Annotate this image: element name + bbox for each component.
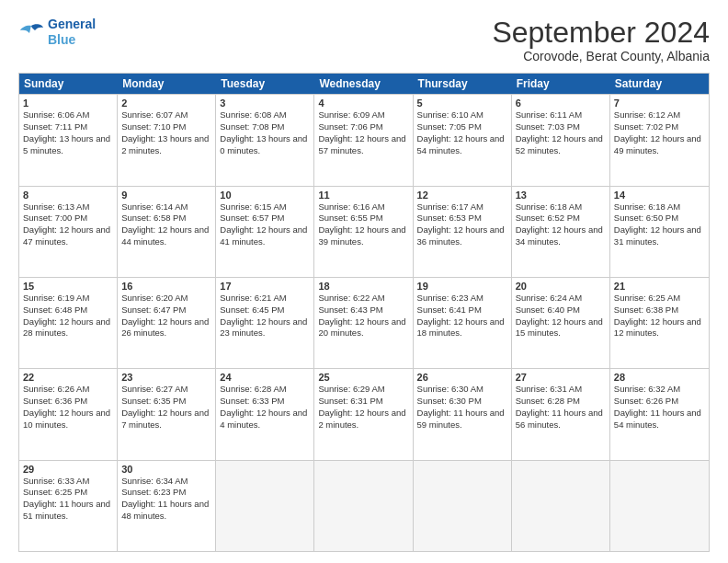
sunset: Sunset: 7:00 PM: [23, 213, 113, 224]
day-number: 10: [220, 190, 310, 201]
header: General Blue September 2024 Corovode, Be…: [18, 17, 710, 63]
day-number: 3: [220, 98, 310, 109]
cal-row-4: 22Sunrise: 6:26 AMSunset: 6:36 PMDayligh…: [19, 368, 709, 459]
daylight: Daylight: 12 hours and 7 minutes.: [121, 408, 211, 431]
sunset: Sunset: 6:25 PM: [23, 487, 113, 499]
day-number: 12: [417, 190, 507, 201]
day-number: 18: [318, 281, 408, 292]
logo-text: General Blue: [48, 17, 96, 48]
daylight: Daylight: 12 hours and 4 minutes.: [220, 408, 310, 431]
daylight: Daylight: 11 hours and 51 minutes.: [23, 499, 113, 523]
sunset: Sunset: 6:58 PM: [121, 213, 211, 224]
sunset: Sunset: 6:41 PM: [417, 304, 507, 316]
sunrise: Sunrise: 6:12 AM: [614, 109, 705, 121]
header-tuesday: Tuesday: [216, 74, 314, 94]
day-number: 7: [614, 98, 705, 109]
logo-icon: [18, 22, 44, 42]
cal-cell-empty: [414, 461, 512, 551]
sunrise: Sunrise: 6:34 AM: [121, 476, 211, 488]
daylight: Daylight: 11 hours and 48 minutes.: [121, 499, 211, 523]
cal-cell-empty: [512, 461, 610, 551]
cal-cell-11: 11Sunrise: 6:16 AMSunset: 6:55 PMDayligh…: [314, 187, 413, 277]
daylight: Daylight: 12 hours and 28 minutes.: [23, 316, 113, 340]
sunrise: Sunrise: 6:17 AM: [417, 201, 507, 213]
cal-row-2: 8Sunrise: 6:13 AMSunset: 7:00 PMDaylight…: [19, 186, 709, 277]
cal-cell-28: 28Sunrise: 6:32 AMSunset: 6:26 PMDayligh…: [610, 369, 709, 459]
cal-cell-23: 23Sunrise: 6:27 AMSunset: 6:35 PMDayligh…: [118, 369, 216, 459]
sunrise: Sunrise: 6:31 AM: [516, 384, 606, 396]
sunset: Sunset: 7:03 PM: [516, 121, 606, 133]
cal-cell-empty: [314, 461, 413, 551]
day-number: 2: [121, 98, 211, 109]
daylight: Daylight: 12 hours and 10 minutes.: [23, 408, 113, 431]
sunrise: Sunrise: 6:18 AM: [614, 201, 705, 213]
cal-row-5: 29Sunrise: 6:33 AMSunset: 6:25 PMDayligh…: [19, 460, 709, 551]
sunrise: Sunrise: 6:08 AM: [220, 109, 310, 121]
daylight: Daylight: 11 hours and 54 minutes.: [614, 408, 705, 431]
day-number: 4: [318, 98, 408, 109]
sunrise: Sunrise: 6:18 AM: [516, 201, 606, 213]
cal-cell-29: 29Sunrise: 6:33 AMSunset: 6:25 PMDayligh…: [19, 461, 118, 551]
day-number: 20: [516, 281, 606, 292]
cal-cell-16: 16Sunrise: 6:20 AMSunset: 6:47 PMDayligh…: [118, 278, 216, 368]
cal-cell-10: 10Sunrise: 6:15 AMSunset: 6:57 PMDayligh…: [216, 187, 314, 277]
sunset: Sunset: 6:52 PM: [516, 213, 606, 224]
daylight: Daylight: 12 hours and 44 minutes.: [121, 224, 211, 248]
title-block: September 2024 Corovode, Berat County, A…: [492, 17, 710, 63]
daylight: Daylight: 12 hours and 26 minutes.: [121, 316, 211, 340]
day-number: 13: [516, 190, 606, 201]
cal-cell-5: 5Sunrise: 6:10 AMSunset: 7:05 PMDaylight…: [414, 95, 512, 185]
sunset: Sunset: 6:33 PM: [220, 396, 310, 408]
daylight: Daylight: 12 hours and 31 minutes.: [614, 224, 705, 248]
sunset: Sunset: 6:28 PM: [516, 396, 606, 408]
cal-row-3: 15Sunrise: 6:19 AMSunset: 6:48 PMDayligh…: [19, 277, 709, 368]
daylight: Daylight: 13 hours and 5 minutes.: [23, 133, 113, 157]
sunrise: Sunrise: 6:10 AM: [417, 109, 507, 121]
sunset: Sunset: 6:45 PM: [220, 304, 310, 316]
daylight: Daylight: 12 hours and 39 minutes.: [318, 224, 408, 248]
sunrise: Sunrise: 6:25 AM: [614, 293, 705, 304]
page: General Blue September 2024 Corovode, Be…: [0, 0, 728, 563]
cal-cell-12: 12Sunrise: 6:17 AMSunset: 6:53 PMDayligh…: [414, 187, 512, 277]
month-title: September 2024: [492, 17, 710, 49]
daylight: Daylight: 12 hours and 49 minutes.: [614, 133, 705, 157]
sunrise: Sunrise: 6:14 AM: [121, 201, 211, 213]
sunrise: Sunrise: 6:20 AM: [121, 293, 211, 304]
day-number: 28: [614, 372, 705, 383]
cal-cell-19: 19Sunrise: 6:23 AMSunset: 6:41 PMDayligh…: [414, 278, 512, 368]
cal-cell-17: 17Sunrise: 6:21 AMSunset: 6:45 PMDayligh…: [216, 278, 314, 368]
sunset: Sunset: 6:30 PM: [417, 396, 507, 408]
day-number: 27: [516, 372, 606, 383]
sunset: Sunset: 7:08 PM: [220, 121, 310, 133]
cal-cell-1: 1Sunrise: 6:06 AMSunset: 7:11 PMDaylight…: [19, 95, 118, 185]
cal-cell-25: 25Sunrise: 6:29 AMSunset: 6:31 PMDayligh…: [314, 369, 413, 459]
daylight: Daylight: 12 hours and 52 minutes.: [516, 133, 606, 157]
cal-cell-27: 27Sunrise: 6:31 AMSunset: 6:28 PMDayligh…: [512, 369, 610, 459]
cal-cell-18: 18Sunrise: 6:22 AMSunset: 6:43 PMDayligh…: [314, 278, 413, 368]
sunrise: Sunrise: 6:32 AM: [614, 384, 705, 396]
cal-row-1: 1Sunrise: 6:06 AMSunset: 7:11 PMDaylight…: [19, 94, 709, 185]
sunrise: Sunrise: 6:22 AM: [318, 293, 408, 304]
daylight: Daylight: 12 hours and 57 minutes.: [318, 133, 408, 157]
sunrise: Sunrise: 6:15 AM: [220, 201, 310, 213]
header-sunday: Sunday: [19, 74, 118, 94]
daylight: Daylight: 12 hours and 18 minutes.: [417, 316, 507, 340]
daylight: Daylight: 11 hours and 56 minutes.: [516, 408, 606, 431]
sunset: Sunset: 6:50 PM: [614, 213, 705, 224]
day-number: 23: [121, 372, 211, 383]
daylight: Daylight: 13 hours and 2 minutes.: [121, 133, 211, 157]
sunrise: Sunrise: 6:11 AM: [516, 109, 606, 121]
daylight: Daylight: 12 hours and 20 minutes.: [318, 316, 408, 340]
sunset: Sunset: 6:48 PM: [23, 304, 113, 316]
cal-cell-empty: [216, 461, 314, 551]
day-number: 5: [417, 98, 507, 109]
cal-cell-3: 3Sunrise: 6:08 AMSunset: 7:08 PMDaylight…: [216, 95, 314, 185]
sunset: Sunset: 6:57 PM: [220, 213, 310, 224]
day-number: 6: [516, 98, 606, 109]
header-wednesday: Wednesday: [314, 74, 413, 94]
sunset: Sunset: 6:36 PM: [23, 396, 113, 408]
sunset: Sunset: 7:05 PM: [417, 121, 507, 133]
sunset: Sunset: 6:55 PM: [318, 213, 408, 224]
cal-cell-2: 2Sunrise: 6:07 AMSunset: 7:10 PMDaylight…: [118, 95, 216, 185]
cal-cell-30: 30Sunrise: 6:34 AMSunset: 6:23 PMDayligh…: [118, 461, 216, 551]
